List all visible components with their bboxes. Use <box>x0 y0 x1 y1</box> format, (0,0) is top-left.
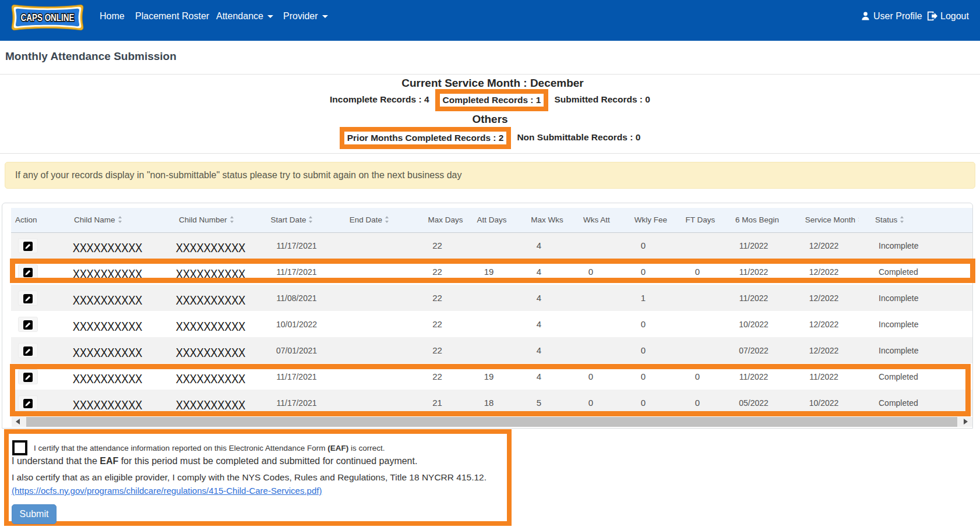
svg-text:CAPS ONLINE: CAPS ONLINE <box>21 12 75 23</box>
